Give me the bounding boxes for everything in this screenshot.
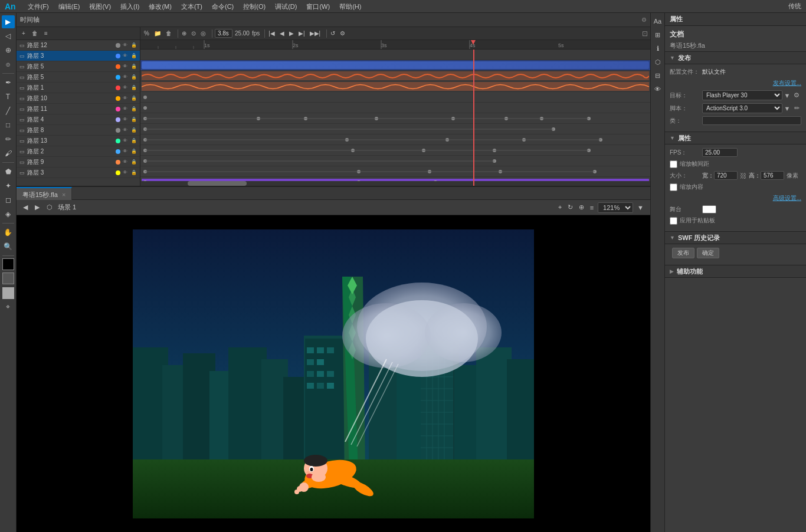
stage-color-swatch[interactable] [702,205,716,214]
fill-color[interactable] [2,272,14,284]
first-frame-btn[interactable]: |◀ [267,30,276,37]
timeline-scrollbar[interactable] [140,181,650,186]
layer-visibility[interactable]: 👁 [121,169,129,177]
layer-color-dot[interactable] [116,75,120,80]
frame-row[interactable] [140,124,650,134]
layer-row[interactable]: ▭ 路层 3 👁 🔒 [17,51,140,61]
step-back-btn[interactable]: ◀ [279,30,286,37]
layer-visibility[interactable]: 👁 [121,116,129,124]
transform-panel-btn[interactable]: ⬡ [652,56,664,68]
layer-lock[interactable]: 🔒 [130,52,138,60]
swap-colors[interactable] [2,287,14,299]
menu-window[interactable]: 窗口(W) [302,0,335,13]
layer-row[interactable]: ▭ 路层 5 👁 🔒 [17,72,140,83]
layer-row[interactable]: ▭ 路层 3 👁 🔒 [17,168,140,178]
layer-lock[interactable]: 🔒 [130,105,138,113]
line-tool[interactable]: ╱ [2,104,15,117]
stage-canvas[interactable] [17,215,650,532]
layer-color-dot[interactable] [116,149,120,154]
layer-lock[interactable]: 🔒 [130,147,138,156]
paint-bucket-tool[interactable]: ⬟ [2,165,15,178]
frame-row[interactable] [140,134,650,145]
frame-row[interactable] [140,81,650,92]
target-select[interactable]: Flash Player 30 Flash Player 29 Flash Pl… [702,90,782,100]
settings-btn[interactable]: ⚙ [339,30,346,37]
zoom-selector[interactable]: 121% 100% 75% 50% 150% 200% [598,202,633,213]
script-expand-btn[interactable]: ▼ [782,104,792,113]
layer-row[interactable]: ▭ 路层 4 👁 🔒 [17,114,140,125]
snap-tool[interactable]: ⌖ [2,300,15,313]
frame-row[interactable] [140,166,650,177]
pencil-tool[interactable]: ✏ [2,133,15,146]
layer-visibility[interactable]: 👁 [121,126,129,134]
eraser-tool[interactable]: ◻ [2,193,15,206]
publish-settings-link[interactable]: 发布设置... [773,79,801,87]
layer-row[interactable]: ▭ 路层 9 👁 🔒 [17,157,140,168]
close-tab-btn[interactable]: × [62,191,65,198]
stage-tab-file[interactable]: 粤语15秒.fla × [17,187,72,200]
onion-skin-outline-btn[interactable]: ⊙ [190,30,197,37]
center-frame-btn[interactable]: ◎ [199,30,207,37]
layer-lock[interactable]: 🔒 [130,63,138,71]
layer-lock[interactable]: 🔒 [130,94,138,103]
layer-lock[interactable]: 🔒 [130,73,138,81]
layer-visibility[interactable]: 👁 [121,63,129,71]
layer-row[interactable]: ▭ 路层 12 👁 🔒 [17,40,140,51]
play-btn[interactable]: ▶ [288,30,295,37]
height-input[interactable] [761,171,784,180]
layer-color-dot[interactable] [116,128,120,133]
onion-skin-btn[interactable]: ⊕ [181,30,188,37]
menu-text[interactable]: 文本(T) [176,0,207,13]
layer-visibility[interactable]: 👁 [121,137,129,145]
menu-modify[interactable]: 修改(M) [144,0,176,13]
align-btn[interactable]: ≡ [588,204,595,211]
frame-row[interactable] [140,50,650,60]
menu-help[interactable]: 帮助(H) [335,0,366,13]
layer-color-dot[interactable] [116,117,120,122]
play-back-btn[interactable]: % [143,30,150,37]
layer-visibility[interactable]: 👁 [121,52,129,60]
brush-tool[interactable]: 🖌 [2,147,15,160]
menu-file[interactable]: 文件(F) [23,0,54,13]
advanced-link[interactable]: 高级设置... [773,194,801,202]
publish-btn[interactable]: 发布 [672,248,694,258]
layer-lock[interactable]: 🔒 [130,126,138,134]
delete-layer-btn[interactable]: 🗑 [30,29,40,38]
layer-color-dot[interactable] [116,54,120,58]
layer-visibility[interactable]: 👁 [121,94,129,103]
zoom-dropdown-btn[interactable]: ▼ [635,204,646,211]
layer-visibility[interactable]: 👁 [121,41,129,50]
link-icon[interactable]: ⛓ [740,172,746,179]
layer-visibility[interactable]: 👁 [121,73,129,81]
target-settings-btn[interactable]: ⚙ [792,91,801,100]
stroke-color[interactable] [2,258,14,270]
layer-lock[interactable]: 🔒 [130,137,138,145]
step-forward-btn[interactable]: ▶| [297,30,306,37]
lasso-tool[interactable]: ⌾ [2,58,15,71]
layer-lock[interactable]: 🔒 [130,169,138,177]
snap-icon[interactable]: ⌖ [556,203,563,211]
layer-row[interactable]: ▭ 路层 10 👁 🔒 [17,93,140,104]
layer-visibility[interactable]: 👁 [121,147,129,156]
menu-command[interactable]: 命令(C) [207,0,238,13]
layer-row[interactable]: ▭ 路层 13 👁 🔒 [17,136,140,146]
layer-color-dot[interactable] [116,64,120,69]
frames-area[interactable] [140,50,650,186]
layer-lock[interactable]: 🔒 [130,41,138,50]
layer-color-dot[interactable] [116,86,120,90]
scale-content-checkbox[interactable] [670,183,677,191]
trash-btn[interactable]: 🗑 [165,30,173,37]
center-stage-btn[interactable]: ⊕ [577,203,586,211]
menu-debug[interactable]: 调试(D) [270,0,302,13]
frame-row[interactable] [140,60,650,71]
layer-color-dot[interactable] [116,139,120,143]
add-layer-btn[interactable]: + [19,29,28,38]
frame-interval-checkbox[interactable] [670,160,677,168]
properties-panel-btn[interactable]: Aa [652,15,664,27]
info-panel-btn[interactable]: ℹ [652,42,664,54]
back-btn[interactable]: ◀ [21,203,30,211]
rotate-icon[interactable]: ↻ [566,203,575,211]
forward-btn[interactable]: ▶ [33,203,41,211]
layer-row[interactable]: ▭ 路层 5 👁 🔒 [17,61,140,72]
layer-row[interactable]: ▭ 路层 1 👁 🔒 [17,83,140,93]
